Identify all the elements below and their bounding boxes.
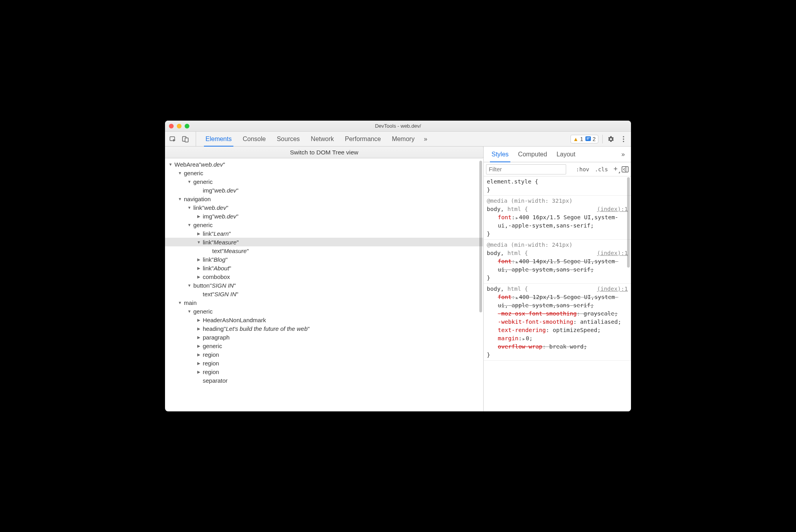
expand-arrow-down-icon[interactable]: ▼ [178, 301, 182, 305]
device-toggle-icon[interactable] [181, 134, 190, 144]
cls-toggle-button[interactable]: .cls [593, 166, 610, 172]
more-menu-icon[interactable] [619, 136, 628, 142]
expand-arrow-right-icon[interactable]: ▶ [196, 257, 201, 262]
expand-arrow-right-icon[interactable]: ▶ [196, 318, 201, 322]
minimize-window-button[interactable] [177, 124, 182, 128]
panel-tabs-overflow-icon[interactable]: » [420, 136, 431, 143]
ax-tree-node[interactable]: ▶heading "Let's build the future of the … [165, 324, 483, 333]
expand-arrow-down-icon[interactable]: ▼ [187, 205, 192, 210]
zoom-window-button[interactable] [185, 124, 189, 128]
source-link[interactable]: (index):1 [597, 249, 628, 257]
expand-arrow-right-icon[interactable]: ▶ [196, 266, 201, 270]
ax-tree-node[interactable]: ▼generic [165, 169, 483, 177]
source-link[interactable]: (index):1 [597, 205, 628, 213]
expand-arrow-right-icon[interactable]: ▶ [196, 327, 201, 331]
window-title: DevTools - web.dev/ [165, 123, 631, 129]
styles-tab-styles[interactable]: Styles [487, 147, 514, 162]
css-rule[interactable]: @media (min-width: 321px)body, html {(in… [484, 196, 631, 240]
ax-tree-node[interactable]: ▼link "Measure" [165, 238, 483, 246]
close-window-button[interactable] [169, 124, 174, 128]
info-badge[interactable]: 2 [585, 136, 596, 142]
styles-scrollbar[interactable] [627, 177, 630, 268]
css-declaration[interactable]: font:▶400 14px/1.5 Segoe UI,system-ui,-a… [487, 257, 628, 274]
css-declaration[interactable]: text-rendering: optimizeSpeed; [487, 326, 628, 334]
ax-role-label: img [203, 213, 212, 220]
css-declaration[interactable]: -moz-osx-font-smoothing: grayscale; [487, 310, 628, 318]
styles-filter-input[interactable] [486, 164, 566, 174]
ax-tree-node[interactable]: ▼generic [165, 177, 483, 186]
ax-tree-node[interactable]: ▶region [165, 359, 483, 367]
ax-tree-node[interactable]: ▼button "SIGN IN" [165, 281, 483, 290]
panel-tab-sources[interactable]: Sources [271, 132, 305, 146]
ax-tree-node[interactable]: ▶paragraph [165, 333, 483, 341]
ax-tree-node[interactable]: ▼main [165, 298, 483, 307]
expand-arrow-down-icon[interactable]: ▼ [196, 240, 201, 244]
css-declaration[interactable]: font:▶400 16px/1.5 Segoe UI,system-ui,-a… [487, 213, 628, 230]
ax-tree-node[interactable]: ▶link "Blog" [165, 255, 483, 264]
settings-gear-icon[interactable] [607, 136, 615, 143]
expand-arrow-right-icon[interactable]: ▶ [196, 361, 201, 365]
expand-arrow-right-icon[interactable]: ▶ [196, 214, 201, 218]
styles-tabs-overflow-icon[interactable]: » [618, 151, 629, 158]
css-declaration[interactable]: -webkit-font-smoothing: antialiased; [487, 318, 628, 326]
expand-arrow-down-icon[interactable]: ▼ [187, 223, 192, 227]
ax-tree-node[interactable]: ▶link "Learn" [165, 229, 483, 238]
warnings-badge[interactable]: ▲ 1 [573, 136, 583, 142]
expand-arrow-right-icon[interactable]: ▶ [196, 335, 201, 339]
ax-name-label: Blog [214, 256, 226, 263]
expand-arrow-down-icon[interactable]: ▼ [187, 283, 192, 288]
css-declaration[interactable]: margin:▶0; [487, 334, 628, 343]
ax-tree-node[interactable]: ▼link "web.dev" [165, 203, 483, 212]
ax-tree-node[interactable]: ▶text "Measure" [165, 246, 483, 255]
issues-badge-group[interactable]: ▲ 1 2 [570, 135, 598, 143]
css-rule[interactable]: @media (min-width: 241px)body, html {(in… [484, 240, 631, 284]
ax-tree-node[interactable]: ▶region [165, 350, 483, 359]
panel-tab-performance[interactable]: Performance [339, 132, 387, 146]
css-declaration[interactable]: overflow-wrap: break-word; [487, 343, 628, 351]
ax-tree-node[interactable]: ▼navigation [165, 194, 483, 203]
expand-arrow-down-icon[interactable]: ▼ [187, 309, 192, 314]
ax-tree-node[interactable]: ▶text "SIGN IN" [165, 290, 483, 298]
panel-tab-memory[interactable]: Memory [386, 132, 420, 146]
expand-arrow-down-icon[interactable]: ▼ [168, 162, 173, 167]
ax-tree-node[interactable]: ▶link "About" [165, 264, 483, 272]
ax-tree-node[interactable]: ▶img "web.dev" [165, 212, 483, 220]
ax-name-label: Measure [214, 239, 237, 246]
ax-tree-node[interactable]: ▶combobox [165, 272, 483, 281]
hov-toggle-button[interactable]: :hov [574, 166, 591, 172]
expand-arrow-right-icon[interactable]: ▶ [196, 231, 201, 236]
source-link[interactable]: (index):1 [597, 285, 628, 293]
expand-arrow-down-icon[interactable]: ▼ [178, 171, 182, 175]
expand-arrow-down-icon[interactable]: ▼ [187, 180, 192, 184]
expand-arrow-right-icon[interactable]: ▶ [196, 275, 201, 279]
expand-arrow-right-icon[interactable]: ▶ [196, 352, 201, 357]
accessibility-tree[interactable]: ▼WebArea "web.dev"▼generic▼generic▶img "… [165, 158, 483, 411]
element-style-rule[interactable]: element.style {} [484, 176, 631, 196]
ax-role-label: text [203, 291, 212, 297]
computed-panel-toggle-icon[interactable] [622, 166, 629, 172]
styles-tab-layout[interactable]: Layout [552, 147, 580, 162]
expand-arrow-right-icon[interactable]: ▶ [196, 370, 201, 374]
new-style-rule-button[interactable]: + [612, 165, 619, 173]
ax-tree-node[interactable]: ▶separator [165, 376, 483, 385]
ax-tree-node[interactable]: ▶region [165, 367, 483, 376]
inspect-element-icon[interactable] [168, 134, 178, 144]
expand-arrow-right-icon[interactable]: ▶ [196, 344, 201, 348]
ax-tree-node[interactable]: ▶img "web.dev" [165, 186, 483, 194]
ax-tree-node[interactable]: ▶HeaderAsNonLandmark [165, 316, 483, 324]
ax-tree-node[interactable]: ▶generic [165, 341, 483, 350]
switch-to-dom-tree-button[interactable]: Switch to DOM Tree view [165, 147, 484, 158]
expand-arrow-down-icon[interactable]: ▼ [178, 197, 182, 201]
styles-tab-computed[interactable]: Computed [514, 147, 552, 162]
panel-tab-elements[interactable]: Elements [200, 132, 237, 146]
css-rule[interactable]: body, html {(index):1font:▶400 12px/1.5 … [484, 284, 631, 361]
ax-tree-node[interactable]: ▼generic [165, 307, 483, 316]
ax-tree-node[interactable]: ▼WebArea "web.dev" [165, 160, 483, 169]
styles-rules-list[interactable]: element.style {}@media (min-width: 321px… [484, 176, 631, 411]
ax-tree-node[interactable]: ▼generic [165, 220, 483, 229]
tree-scrollbar[interactable] [479, 161, 482, 312]
panel-tab-console[interactable]: Console [237, 132, 271, 146]
elements-pane: Switch to DOM Tree view ▼WebArea "web.de… [165, 147, 484, 411]
panel-tab-network[interactable]: Network [305, 132, 339, 146]
css-declaration[interactable]: font:▶400 12px/1.5 Segoe UI,system-ui,-a… [487, 293, 628, 310]
